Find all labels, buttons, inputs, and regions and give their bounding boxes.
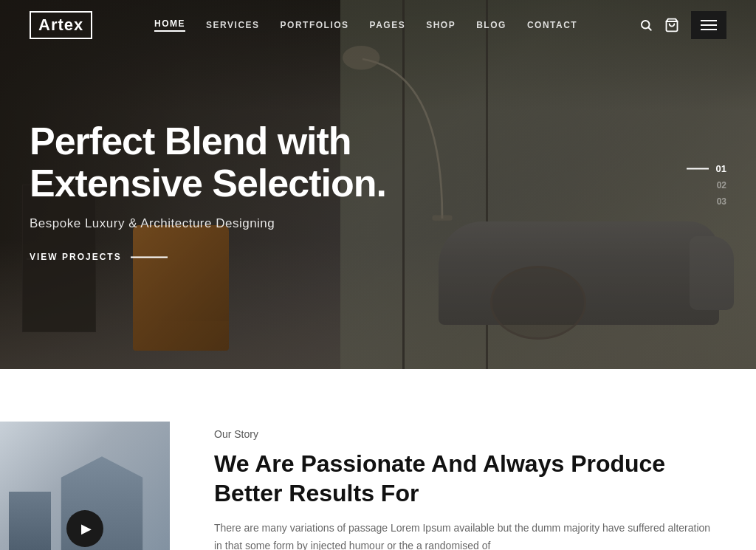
view-projects-button[interactable]: VIEW PROJECTS bbox=[30, 252, 168, 263]
nav-item-pages[interactable]: PAGES bbox=[370, 20, 406, 30]
cart-button[interactable] bbox=[664, 18, 679, 32]
search-icon bbox=[639, 18, 653, 32]
indicator-line-1 bbox=[687, 168, 709, 169]
slide-indicator-2[interactable]: 02 bbox=[717, 180, 726, 190]
svg-line-1 bbox=[648, 27, 650, 30]
logo[interactable]: Artex bbox=[30, 11, 92, 39]
story-label: Our Story bbox=[214, 428, 712, 440]
nav-item-shop[interactable]: SHOP bbox=[426, 20, 456, 30]
slide-indicator-3[interactable]: 03 bbox=[717, 196, 726, 207]
hero-subtitle: Bespoke Luxury & Architecture Designing bbox=[30, 217, 413, 232]
nav-item-portfolios[interactable]: PORTFOLIOS bbox=[281, 20, 349, 30]
search-button[interactable] bbox=[639, 18, 653, 32]
slide-number-1: 01 bbox=[716, 163, 726, 174]
slide-number-3: 03 bbox=[717, 196, 726, 207]
story-inner: ▶ Our Story We Are Passionate And Always… bbox=[0, 413, 756, 550]
hero-title: Perfect Blend with Extensive Selection. bbox=[30, 120, 413, 204]
story-text: Our Story We Are Passionate And Always P… bbox=[170, 413, 756, 550]
nav-item-home[interactable]: HOME bbox=[154, 18, 185, 32]
cart-icon bbox=[664, 18, 679, 32]
menu-line-1 bbox=[701, 20, 717, 21]
story-title: We Are Passionate And Always Produce Bet… bbox=[214, 449, 712, 508]
nav-item-services[interactable]: SERVICES bbox=[206, 20, 259, 30]
play-icon: ▶ bbox=[81, 520, 92, 537]
nav-item-contact[interactable]: CONTACT bbox=[527, 20, 577, 30]
cta-label: VIEW PROJECTS bbox=[30, 252, 122, 263]
menu-line-2 bbox=[701, 24, 717, 26]
header: Artex HOME SERVICES PORTFOLIOS PAGES SHO… bbox=[0, 0, 756, 49]
slide-number-2: 02 bbox=[717, 180, 726, 190]
hero-section: Perfect Blend with Extensive Selection. … bbox=[0, 0, 756, 369]
main-nav: HOME SERVICES PORTFOLIOS PAGES SHOP BLOG… bbox=[154, 18, 577, 32]
play-button[interactable]: ▶ bbox=[66, 510, 103, 547]
slide-indicator-1[interactable]: 01 bbox=[687, 163, 726, 174]
header-icons bbox=[639, 11, 726, 39]
menu-line-3 bbox=[701, 29, 717, 30]
hamburger-menu-button[interactable] bbox=[691, 11, 726, 39]
story-section: ▶ Our Story We Are Passionate And Always… bbox=[0, 369, 756, 550]
slide-indicators: 01 02 03 bbox=[687, 163, 726, 207]
story-image: ▶ bbox=[0, 422, 170, 550]
cta-line bbox=[131, 257, 168, 258]
nav-item-blog[interactable]: BLOG bbox=[476, 20, 506, 30]
story-body: There are many variations of passage Lor… bbox=[214, 520, 712, 550]
logo-text: Artex bbox=[30, 11, 92, 39]
hero-content: Perfect Blend with Extensive Selection. … bbox=[30, 120, 413, 262]
